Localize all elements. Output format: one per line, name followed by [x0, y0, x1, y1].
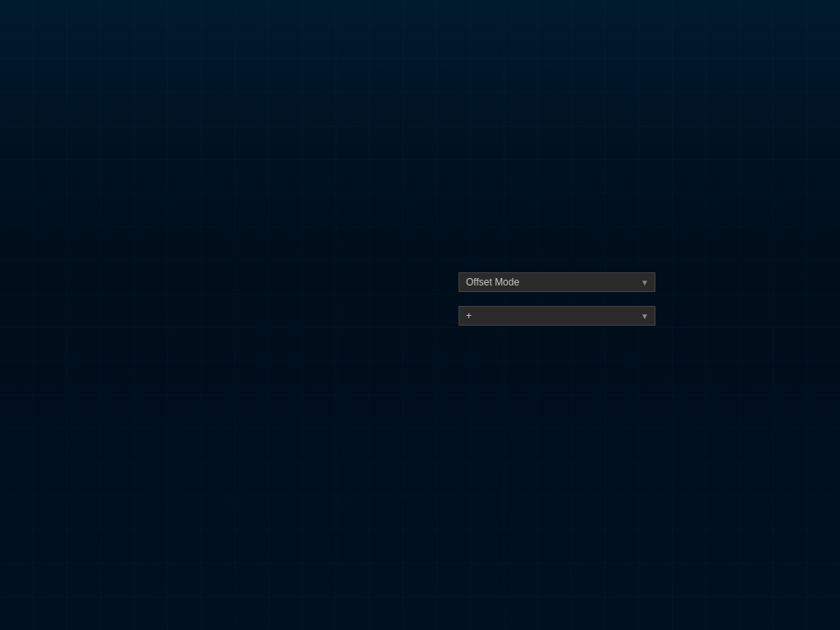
- setting-control-cpu-core-cache-v: Offset Mode Auto Manual Mode: [459, 272, 655, 292]
- setting-control-offset-sign: + -: [459, 306, 655, 326]
- select-wrapper-sign: + -: [459, 306, 655, 326]
- select-wrapper-offset-mode: Offset Mode Auto Manual Mode: [459, 272, 655, 292]
- select-offset-sign[interactable]: + -: [459, 306, 655, 326]
- select-cpu-core-cache-v[interactable]: Offset Mode Auto Manual Mode: [459, 272, 655, 292]
